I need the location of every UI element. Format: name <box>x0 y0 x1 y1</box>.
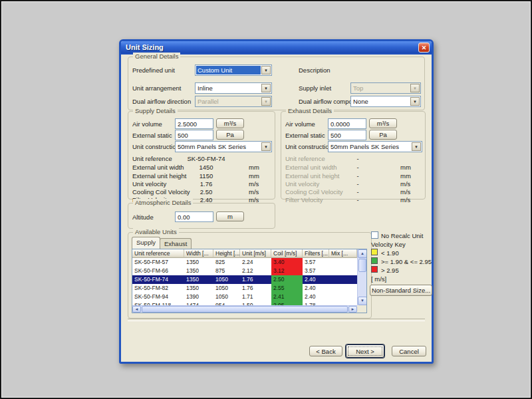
cell-unit-velocity: 1.76 <box>240 284 271 293</box>
unit-arrangement-select[interactable]: Inline ▼ <box>195 82 272 94</box>
table-row-selected[interactable]: SK-50-FM-74 1350 1050 1.76 2.50 2.40 <box>132 275 357 284</box>
predefined-unit-label: Predefined unit <box>132 66 175 74</box>
table-row[interactable]: SK-50-FM-82 1350 1050 1.76 2.55 2.40 <box>132 284 357 293</box>
velocity-key-yellow-label: < 1.90 <box>381 249 399 257</box>
column-header[interactable]: Unit [m/s] <box>240 249 271 258</box>
cell-mix-velocity <box>329 284 357 293</box>
scroll-up-icon[interactable]: ▲ <box>358 249 367 258</box>
next-button[interactable]: Next > <box>346 344 384 358</box>
column-header[interactable]: Height [... <box>213 249 240 258</box>
velocity-key-green-label: >= 1.90 & <= 2.95 <box>381 258 432 265</box>
atmospheric-details-legend: Atmospheric Details <box>133 199 193 206</box>
altitude-label: Altitude <box>132 213 154 221</box>
exhaust-air-volume-unit-button[interactable]: m³/s <box>369 118 397 128</box>
supply-air-volume-label: Air volume <box>132 120 162 128</box>
vertical-scrollbar[interactable]: ▲ ▼ <box>357 249 366 305</box>
column-header[interactable]: Filters [... <box>303 249 329 258</box>
cell-unit-velocity: 2.24 <box>240 258 271 267</box>
non-standard-size-button[interactable]: Non-Standard Size... <box>370 285 432 296</box>
table-body: SK-50-FM-57 1350 825 2.24 3.40 3.57 SK-5… <box>132 258 357 313</box>
unit-arrangement-value: Inline <box>196 84 261 92</box>
supply-air-volume-input[interactable] <box>175 118 213 129</box>
exhaust-row-value: - <box>338 172 377 180</box>
velocity-key-green-swatch <box>371 257 378 264</box>
altitude-input[interactable] <box>175 211 213 222</box>
supply-unit-construction-select[interactable]: 50mm Panels SK Series ▼ <box>175 141 272 152</box>
exhaust-unit-construction-value: 50mm Panels SK Series <box>329 142 411 151</box>
vertical-scroll-thumb[interactable] <box>358 259 366 272</box>
close-button[interactable]: ✕ <box>418 43 430 53</box>
cell-height: 875 <box>213 267 240 275</box>
exhaust-external-static-unit-button[interactable]: Pa <box>369 130 397 140</box>
available-units-legend: Available Units <box>133 228 179 235</box>
column-header[interactable]: Mix [... <box>329 249 357 258</box>
supply-row-label: Unit reference <box>132 155 172 162</box>
exhaust-row-label: Unit velocity <box>285 180 319 188</box>
supply-air-volume-unit-button[interactable]: m³/s <box>216 118 244 128</box>
exhaust-air-volume-label: Air volume <box>285 120 315 128</box>
supply-row-value: SK-50-FM-74 <box>187 155 225 162</box>
column-header[interactable]: Unit reference <box>132 249 184 258</box>
exhaust-details-legend: Exhaust Details <box>286 107 334 114</box>
cell-coil-velocity: 2.41 <box>271 293 303 301</box>
cell-unit-reference: SK-50-FM-74 <box>132 275 184 284</box>
cancel-button[interactable]: Cancel <box>392 346 426 356</box>
velocity-key-red-swatch <box>371 266 378 273</box>
dual-airflow-direction-select: Parallel ▼ <box>195 96 272 107</box>
chevron-down-icon: ▼ <box>261 97 271 106</box>
scroll-right-icon[interactable]: ► <box>348 306 357 313</box>
exhaust-details-group: Exhaust Details Air volume m³/s External… <box>281 111 426 200</box>
column-header[interactable]: Width [... <box>184 249 213 258</box>
exhaust-external-static-input[interactable] <box>328 130 366 140</box>
horizontal-scroll-thumb[interactable] <box>142 306 348 313</box>
supply-row-value: 2.50 <box>187 188 225 196</box>
cell-width: 1390 <box>184 293 213 301</box>
exhaust-row-value: - <box>338 188 377 196</box>
chevron-down-icon[interactable]: ▼ <box>410 97 420 106</box>
predefined-unit-select[interactable]: Custom Unit ▼ <box>195 65 272 76</box>
tab-supply[interactable]: Supply <box>132 237 160 249</box>
scroll-down-icon[interactable]: ▼ <box>358 297 367 305</box>
cell-mix-velocity <box>329 258 357 267</box>
supply-external-static-input[interactable] <box>175 130 213 140</box>
table-row[interactable]: SK-50-FM-57 1350 825 2.24 3.40 3.57 <box>132 258 357 267</box>
chevron-down-icon[interactable]: ▼ <box>261 84 271 92</box>
chevron-down-icon[interactable]: ▼ <box>261 66 271 74</box>
supply-row-label: Cooling Coil Velocity <box>132 188 190 196</box>
supply-row-label: External unit height <box>132 172 186 180</box>
exhaust-unit-construction-select[interactable]: 50mm Panels SK Series ▼ <box>328 141 422 152</box>
unit-arrangement-label: Unit arrangement <box>132 84 181 92</box>
scroll-left-icon[interactable]: ◄ <box>132 306 141 313</box>
chevron-down-icon[interactable]: ▼ <box>412 142 421 151</box>
cell-unit-reference: SK-50-FM-57 <box>132 258 184 267</box>
cell-filters-velocity: 2.40 <box>303 284 329 293</box>
exhaust-row-label: Filter Velocity <box>285 196 323 203</box>
table-row[interactable]: SK-50-FM-94 1390 1050 1.71 2.41 2.40 <box>132 293 357 301</box>
chevron-down-icon[interactable]: ▼ <box>261 142 271 151</box>
general-details-legend: General Details <box>133 53 180 60</box>
back-button[interactable]: < Back <box>309 346 342 356</box>
column-header[interactable]: Coil [m/s] <box>271 249 303 258</box>
dual-airflow-component-select[interactable]: None ▼ <box>350 96 421 107</box>
tab-exhaust[interactable]: Exhaust <box>160 238 192 249</box>
supply-external-static-unit-button[interactable]: Pa <box>216 130 244 140</box>
scrollbar-corner <box>357 305 366 313</box>
exhaust-row-value: - <box>338 164 377 171</box>
available-units-table[interactable]: Unit reference Width [... Height [... Un… <box>132 249 367 313</box>
exhaust-air-volume-input[interactable] <box>328 118 366 129</box>
cell-filters-velocity: 2.40 <box>303 275 329 284</box>
exhaust-row-label: External unit height <box>285 172 339 180</box>
cell-coil-velocity: 3.40 <box>271 258 303 267</box>
horizontal-scrollbar[interactable]: ◄ ► <box>132 305 357 313</box>
table-row[interactable]: SK-50-FM-66 1350 875 2.12 3.12 3.57 <box>132 267 357 275</box>
supply-row-unit: m/s <box>249 188 259 196</box>
altitude-unit-button[interactable]: m <box>216 211 244 221</box>
cell-width: 1350 <box>184 267 213 275</box>
dialog-title: Unit Sizing <box>126 43 164 51</box>
exhaust-external-static-label: External static <box>285 132 325 139</box>
cell-mix-velocity <box>329 275 357 284</box>
dual-airflow-direction-label: Dual airflow direction <box>132 98 191 105</box>
no-recalc-checkbox[interactable] <box>371 231 378 239</box>
supply-unit-construction-label: Unit construction <box>132 143 180 150</box>
general-details-group: General Details Predefined unit Custom U… <box>128 57 425 110</box>
